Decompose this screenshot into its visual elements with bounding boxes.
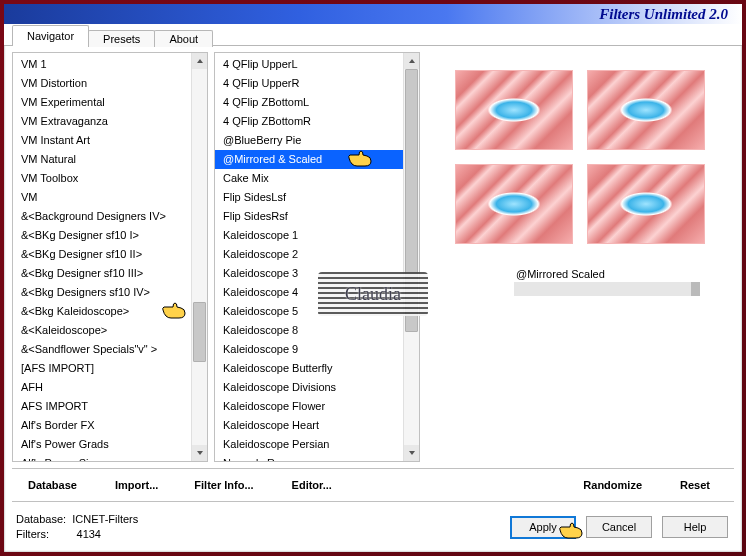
editor-button[interactable]: Editor...: [288, 479, 336, 491]
list-item[interactable]: Kaleidoscope Heart: [215, 416, 403, 435]
list-item[interactable]: AFS IMPORT: [13, 397, 191, 416]
list-item[interactable]: &<BKg Designer sf10 II>: [13, 245, 191, 264]
tab-about[interactable]: About: [154, 30, 213, 47]
watermark: Claudia: [318, 272, 428, 316]
parameter-label: @Mirrored Scaled: [514, 268, 700, 280]
scroll-down-icon[interactable]: [404, 445, 419, 461]
list-item[interactable]: &<Sandflower Specials"v" >: [13, 340, 191, 359]
list-item[interactable]: Nomads Rug: [215, 454, 403, 461]
preview-area: [432, 52, 728, 252]
list-item[interactable]: [AFS IMPORT]: [13, 359, 191, 378]
filter-list[interactable]: 4 QFlip UpperL4 QFlip UpperR4 QFlip ZBot…: [215, 53, 403, 461]
list-item[interactable]: Alf's Power Grads: [13, 435, 191, 454]
list-item[interactable]: VM 1: [13, 55, 191, 74]
list-item[interactable]: VM: [13, 188, 191, 207]
filter-scrollbar[interactable]: [403, 53, 419, 461]
category-scrollbar[interactable]: [191, 53, 207, 461]
status-bar: Database: ICNET-Filters Filters: 4134 Ap…: [4, 502, 742, 552]
tab-navigator[interactable]: Navigator: [12, 25, 89, 46]
tab-strip: Navigator Presets About: [4, 24, 742, 46]
list-item[interactable]: &<Kaleidoscope>: [13, 321, 191, 340]
list-item[interactable]: &<Bkg Designers sf10 IV>: [13, 283, 191, 302]
parameter-block: @Mirrored Scaled: [514, 268, 700, 296]
apply-button[interactable]: Apply: [510, 516, 576, 539]
list-item[interactable]: Flip SidesRsf: [215, 207, 403, 226]
filter-info-button[interactable]: Filter Info...: [190, 479, 257, 491]
slider-thumb[interactable]: [691, 282, 700, 296]
list-item[interactable]: Flip SidesLsf: [215, 188, 403, 207]
list-item[interactable]: Kaleidoscope Flower: [215, 397, 403, 416]
category-list-wrap: VM 1VM DistortionVM ExperimentalVM Extra…: [12, 52, 208, 462]
preview-tile: [455, 164, 573, 244]
list-item[interactable]: @Mirrored & Scaled: [215, 150, 403, 169]
randomize-button[interactable]: Randomize: [579, 479, 646, 491]
title-bar: Filters Unlimited 2.0: [4, 4, 742, 24]
scroll-up-icon[interactable]: [404, 53, 419, 69]
list-item[interactable]: 4 QFlip ZBottomR: [215, 112, 403, 131]
list-item[interactable]: VM Experimental: [13, 93, 191, 112]
pointer-hand-icon: [347, 150, 373, 168]
tab-presets[interactable]: Presets: [88, 30, 155, 47]
list-item[interactable]: Alf's Border FX: [13, 416, 191, 435]
status-text: Database: ICNET-Filters Filters: 4134: [14, 512, 500, 542]
list-item[interactable]: @BlueBerry Pie: [215, 131, 403, 150]
list-item[interactable]: 4 QFlip UpperR: [215, 74, 403, 93]
list-item[interactable]: VM Natural: [13, 150, 191, 169]
list-item[interactable]: Kaleidoscope 9: [215, 340, 403, 359]
filter-list-wrap: 4 QFlip UpperL4 QFlip UpperR4 QFlip ZBot…: [214, 52, 420, 462]
preview-tile: [587, 70, 705, 150]
database-button[interactable]: Database: [24, 479, 81, 491]
preview-tile: [587, 164, 705, 244]
pointer-hand-icon: [558, 520, 584, 540]
scroll-thumb[interactable]: [193, 302, 206, 362]
list-item[interactable]: Cake Mix: [215, 169, 403, 188]
scroll-up-icon[interactable]: [192, 53, 207, 69]
list-item[interactable]: 4 QFlip ZBottomL: [215, 93, 403, 112]
cancel-button[interactable]: Cancel: [586, 516, 652, 538]
list-item[interactable]: Alf's Power Sines: [13, 454, 191, 461]
preview-tile: [455, 70, 573, 150]
list-item[interactable]: &<Background Designers IV>: [13, 207, 191, 226]
list-item[interactable]: Kaleidoscope Divisions: [215, 378, 403, 397]
list-item[interactable]: &<Bkg Kaleidoscope>: [13, 302, 191, 321]
list-item[interactable]: Kaleidoscope 2: [215, 245, 403, 264]
list-item[interactable]: VM Extravaganza: [13, 112, 191, 131]
list-item[interactable]: 4 QFlip UpperL: [215, 55, 403, 74]
window-title: Filters Unlimited 2.0: [599, 6, 728, 23]
list-item[interactable]: VM Instant Art: [13, 131, 191, 150]
list-item[interactable]: &<BKg Designer sf10 I>: [13, 226, 191, 245]
help-button[interactable]: Help: [662, 516, 728, 538]
category-list[interactable]: VM 1VM DistortionVM ExperimentalVM Extra…: [13, 53, 191, 461]
list-item[interactable]: Kaleidoscope 8: [215, 321, 403, 340]
bottom-bar: Database Import... Filter Info... Editor…: [12, 468, 734, 502]
parameter-slider[interactable]: [514, 282, 700, 296]
list-item[interactable]: VM Distortion: [13, 74, 191, 93]
list-item[interactable]: Kaleidoscope 1: [215, 226, 403, 245]
list-item[interactable]: AFH: [13, 378, 191, 397]
list-item[interactable]: VM Toolbox: [13, 169, 191, 188]
list-item[interactable]: &<Bkg Designer sf10 III>: [13, 264, 191, 283]
import-button[interactable]: Import...: [111, 479, 162, 491]
pointer-hand-icon: [161, 302, 187, 320]
scroll-down-icon[interactable]: [192, 445, 207, 461]
list-item[interactable]: Kaleidoscope Butterfly: [215, 359, 403, 378]
list-item[interactable]: Kaleidoscope Persian: [215, 435, 403, 454]
reset-button[interactable]: Reset: [676, 479, 714, 491]
